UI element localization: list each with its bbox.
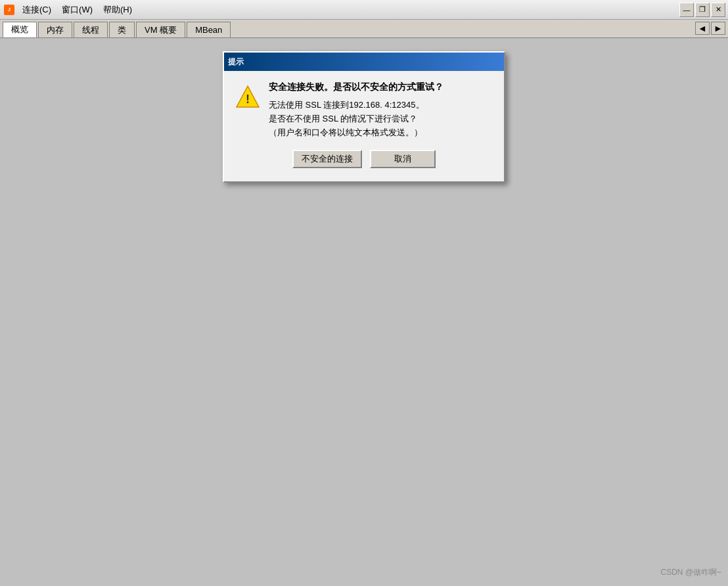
svg-text:!: ! bbox=[246, 93, 250, 106]
minimize-button[interactable]: — bbox=[679, 3, 694, 17]
tab-class[interactable]: 类 bbox=[109, 22, 135, 37]
dialog-title-bar: 提示 bbox=[224, 53, 504, 71]
cancel-button[interactable]: 取消 bbox=[370, 150, 436, 168]
menu-help[interactable]: 帮助(H) bbox=[98, 1, 137, 18]
warning-icon: ! bbox=[235, 84, 261, 110]
dialog-content: ! 安全连接失败。是否以不安全的方式重试？ 无法使用 SSL 连接到192.16… bbox=[235, 81, 493, 139]
tab-bar: 概览 内存 线程 类 VM 概要 MBean ◄ ► bbox=[0, 20, 728, 38]
title-bar-left: J 连接(C) 窗口(W) 帮助(H) bbox=[3, 1, 137, 18]
tab-right-icons: ◄ ► bbox=[695, 22, 725, 37]
main-content: 提示 ! 安全连接失败。是否以不安全的方式重试？ 无法使 bbox=[0, 38, 728, 585]
dialog-title-bar-text: 提示 bbox=[228, 56, 244, 68]
dialog-message: 无法使用 SSL 连接到192.168. 4:12345。 是否在不使用 SSL… bbox=[269, 99, 493, 139]
dialog-title-text: 安全连接失败。是否以不安全的方式重试？ bbox=[269, 81, 493, 93]
dialog-message-line1: 无法使用 SSL 连接到192.168. 4:12345。 bbox=[269, 100, 424, 110]
insecure-connect-button[interactable]: 不安全的连接 bbox=[292, 150, 362, 168]
nav-left-icon[interactable]: ◄ bbox=[695, 22, 710, 35]
menu-connect[interactable]: 连接(C) bbox=[17, 1, 57, 18]
dialog-message-line3: （用户名和口令将以纯文本格式发送。） bbox=[269, 127, 422, 137]
window-controls: — ❐ ✕ bbox=[679, 3, 725, 17]
tab-vm[interactable]: VM 概要 bbox=[136, 22, 185, 37]
watermark: CSDN @做咋啊~ bbox=[660, 567, 721, 578]
dialog-body: ! 安全连接失败。是否以不安全的方式重试？ 无法使用 SSL 连接到192.16… bbox=[224, 71, 504, 181]
tab-overview[interactable]: 概览 bbox=[3, 22, 37, 37]
tabs-container: 概览 内存 线程 类 VM 概要 MBean bbox=[3, 22, 232, 37]
dialog-overlay: 提示 ! 安全连接失败。是否以不安全的方式重试？ 无法使 bbox=[0, 38, 728, 585]
app-icon: J bbox=[3, 3, 16, 16]
title-bar: J 连接(C) 窗口(W) 帮助(H) — ❐ ✕ bbox=[0, 0, 728, 20]
tab-thread[interactable]: 线程 bbox=[74, 22, 108, 37]
nav-right-icon[interactable]: ► bbox=[711, 22, 725, 35]
close-button[interactable]: ✕ bbox=[711, 3, 725, 17]
dialog-text: 安全连接失败。是否以不安全的方式重试？ 无法使用 SSL 连接到192.168.… bbox=[269, 81, 493, 139]
dialog-buttons: 不安全的连接 取消 bbox=[235, 147, 493, 171]
security-dialog: 提示 ! 安全连接失败。是否以不安全的方式重试？ 无法使 bbox=[223, 51, 505, 183]
dialog-message-line2: 是否在不使用 SSL 的情况下进行尝试？ bbox=[269, 114, 417, 124]
menu-window[interactable]: 窗口(W) bbox=[57, 1, 98, 18]
tab-mbean[interactable]: MBean bbox=[187, 22, 231, 37]
restore-button[interactable]: ❐ bbox=[695, 3, 710, 17]
menu-bar: 连接(C) 窗口(W) 帮助(H) bbox=[17, 1, 137, 18]
tab-memory[interactable]: 内存 bbox=[38, 22, 72, 37]
